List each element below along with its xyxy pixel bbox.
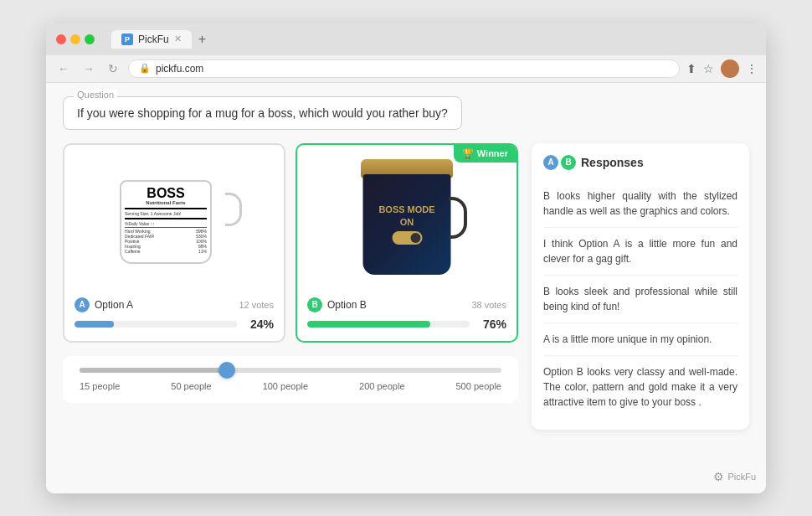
response-item-0: B looks higher quality with the stylized… [543,180,737,228]
responses-title: Responses [581,156,644,169]
nav-bar: ← → ↻ 🔒 pickfu.com ⬆ ☆ ⋮ [46,55,766,83]
address-bar[interactable]: 🔒 pickfu.com [128,59,680,78]
boss-mode-text: BOSS MODEON [378,204,434,228]
mug-a-handle [225,193,242,226]
slider-thumb[interactable] [218,362,235,379]
badge-b: B [307,297,322,312]
badge-a: A [75,297,90,312]
slider-label-4: 500 people [456,381,501,391]
titlebar: P PickFu ✕ + [46,23,766,55]
slider-fill [80,368,227,373]
slider-label-0: 15 people [80,381,120,391]
trophy-icon: 🏆 [462,148,474,159]
progress-fill-b [307,321,430,328]
user-avatar[interactable] [721,59,739,78]
option-a-pct: 24% [244,317,274,331]
slider-labels: 15 people 50 people 100 people 200 peopl… [80,381,501,391]
mug-b: BOSS MODEON [348,159,465,285]
mug-b-body: BOSS MODEON [363,174,451,275]
option-a-name: Option A [95,299,133,311]
slider-label-1: 50 people [171,381,211,391]
question-text: If you were shopping for a mug for a bos… [77,106,448,120]
pickfu-text: PickFu [727,472,756,482]
boss-title: BOSS [146,187,184,200]
option-a-votes: 12 votes [239,300,274,310]
mug-a: BOSS Nutritional Facts Serving Size: 1 A… [120,172,229,272]
content-row: BOSS Nutritional Facts Serving Size: 1 A… [63,143,749,430]
responses-badge-b: B [561,155,576,170]
close-button[interactable] [56,34,66,44]
label-row-7: Caffeine11% [125,249,207,254]
option-b-name: Option B [327,299,367,311]
option-b-label: B Option B [307,297,367,312]
option-a-label: A Option A [75,297,133,312]
boss-mode-toggle [392,231,422,245]
option-a-card: BOSS Nutritional Facts Serving Size: 1 A… [63,143,285,343]
question-box: Question If you were shopping for a mug … [63,96,462,130]
back-button[interactable]: ← [54,60,73,77]
response-badges: A B [543,155,576,170]
lock-icon: 🔒 [139,63,151,74]
traffic-lights [56,34,95,44]
maximize-button[interactable] [85,34,95,44]
divider [125,208,207,209]
progress-track-a [75,321,237,328]
winner-label: Winner [477,148,508,158]
option-b-votes: 38 votes [471,300,506,310]
slider-track [80,368,501,373]
forward-button[interactable]: → [80,60,98,77]
mug-b-image: BOSS MODEON [307,155,506,289]
label-row-2: %Daily Value ↑↑ [125,221,207,226]
share-icon[interactable]: ⬆ [686,62,696,75]
label-row-1: Serving Size: 1 Awesome Job! [125,211,207,216]
response-item-3: A is a little more unique in my opinion. [543,323,737,356]
left-panel: BOSS Nutritional Facts Serving Size: 1 A… [63,143,518,430]
slider-container: 15 people 50 people 100 people 200 peopl… [63,356,518,403]
slider-label-3: 200 people [359,381,404,391]
option-b-pct: 76% [476,317,506,331]
progress-fill-a [75,321,114,328]
tab-title: PickFu [138,34,169,45]
mug-b-handle [449,197,467,239]
option-b-card: 🏆 Winner BOSS MODEON [296,143,518,343]
options-row: BOSS Nutritional Facts Serving Size: 1 A… [63,143,518,343]
responses-badge-a: A [543,155,558,170]
tab-close-icon[interactable]: ✕ [174,34,182,44]
response-item-1: I think Option A is a little more fun an… [543,228,737,276]
address-text: pickfu.com [156,63,203,75]
divider-thin [125,227,207,228]
minimize-button[interactable] [70,34,80,44]
bookmark-icon[interactable]: ☆ [703,62,714,75]
option-b-progress: 76% [307,317,506,331]
response-item-4: Option B looks very classy and well-made… [543,356,737,418]
active-tab[interactable]: P PickFu ✕ [111,30,192,49]
responses-header: A B Responses [543,155,737,170]
mug-a-image: BOSS Nutritional Facts Serving Size: 1 A… [75,155,274,289]
divider2 [125,218,207,219]
slider-label-2: 100 people [263,381,308,391]
progress-track-b [307,321,470,328]
question-label: Question [74,90,117,100]
menu-icon[interactable]: ⋮ [746,62,758,75]
pickfu-logo-icon: ⚙ [713,470,724,483]
mug-a-body: BOSS Nutritional Facts Serving Size: 1 A… [120,180,212,264]
option-a-progress: 24% [75,317,274,331]
nav-actions: ⬆ ☆ ⋮ [686,59,758,78]
pickfu-watermark: ⚙ PickFu [713,470,756,483]
toggle-circle [410,233,420,243]
page-content: Question If you were shopping for a mug … [46,83,766,493]
refresh-button[interactable]: ↻ [105,60,121,77]
boss-sub: Nutritional Facts [146,200,185,206]
response-item-2: B looks sleek and professional while sti… [543,276,737,323]
new-tab-button[interactable]: + [195,32,209,47]
option-b-footer: B Option B 38 votes [307,297,506,312]
right-panel: A B Responses B looks higher quality wit… [532,143,749,430]
option-a-footer: A Option A 12 votes [75,297,274,312]
tab-favicon: P [121,34,133,45]
tab-bar: P PickFu ✕ + [111,30,209,49]
